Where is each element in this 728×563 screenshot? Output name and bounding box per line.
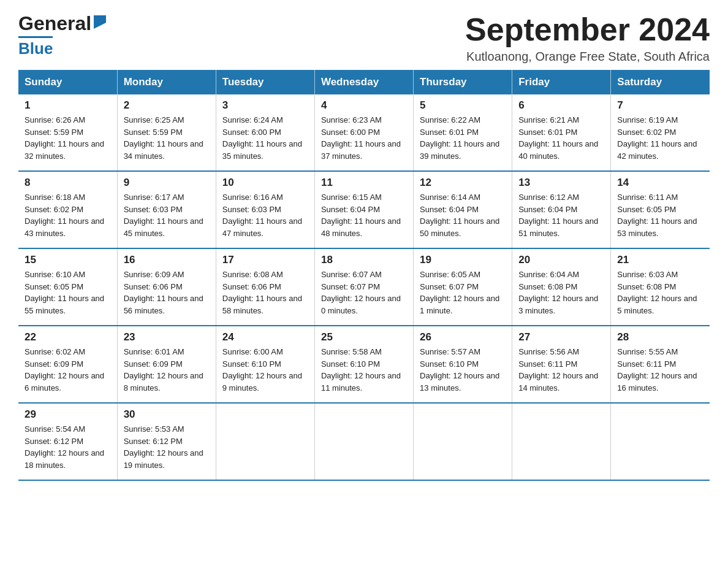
day-number: 3: [222, 99, 308, 112]
day-info: Sunrise: 5:53 AMSunset: 6:12 PMDaylight:…: [124, 423, 210, 471]
calendar-empty-cell: [414, 403, 512, 480]
day-number: 1: [25, 99, 111, 112]
day-info: Sunrise: 6:14 AMSunset: 6:04 PMDaylight:…: [420, 191, 506, 239]
calendar-day-24: 24Sunrise: 6:00 AMSunset: 6:10 PMDayligh…: [216, 326, 314, 403]
calendar-weekday-monday: Monday: [117, 70, 216, 94]
calendar-day-3: 3Sunrise: 6:24 AMSunset: 6:00 PMDaylight…: [216, 94, 314, 171]
day-info: Sunrise: 6:21 AMSunset: 6:01 PMDaylight:…: [518, 114, 604, 162]
logo-general-text: General: [18, 12, 91, 35]
calendar-day-14: 14Sunrise: 6:11 AMSunset: 6:05 PMDayligh…: [611, 171, 710, 248]
month-year-title: September 2024: [465, 12, 710, 47]
day-number: 12: [420, 177, 506, 189]
calendar-day-19: 19Sunrise: 6:05 AMSunset: 6:07 PMDayligh…: [414, 248, 512, 326]
calendar-day-11: 11Sunrise: 6:15 AMSunset: 6:04 PMDayligh…: [314, 171, 413, 248]
calendar-day-15: 15Sunrise: 6:10 AMSunset: 6:05 PMDayligh…: [18, 248, 117, 326]
day-number: 8: [25, 177, 111, 189]
day-number: 4: [321, 99, 407, 112]
calendar-day-27: 27Sunrise: 5:56 AMSunset: 6:11 PMDayligh…: [512, 326, 611, 403]
day-number: 2: [124, 99, 210, 112]
logo-flag-icon: [94, 15, 106, 29]
day-number: 10: [222, 177, 308, 189]
day-number: 30: [124, 408, 210, 421]
calendar-day-7: 7Sunrise: 6:19 AMSunset: 6:02 PMDaylight…: [611, 94, 710, 171]
day-number: 24: [222, 331, 308, 343]
calendar-day-4: 4Sunrise: 6:23 AMSunset: 6:00 PMDaylight…: [314, 94, 413, 171]
day-info: Sunrise: 6:23 AMSunset: 6:00 PMDaylight:…: [321, 114, 407, 162]
day-number: 25: [321, 331, 407, 343]
calendar-day-20: 20Sunrise: 6:04 AMSunset: 6:08 PMDayligh…: [512, 248, 611, 326]
calendar-week-row-1: 1Sunrise: 6:26 AMSunset: 5:59 PMDaylight…: [18, 94, 710, 171]
day-info: Sunrise: 6:07 AMSunset: 6:07 PMDaylight:…: [321, 269, 407, 316]
title-area: September 2024 Kutloanong, Orange Free S…: [465, 12, 710, 64]
day-info: Sunrise: 6:10 AMSunset: 6:05 PMDaylight:…: [25, 269, 111, 316]
calendar-table: SundayMondayTuesdayWednesdayThursdayFrid…: [18, 70, 710, 481]
calendar-empty-cell: [512, 403, 611, 480]
calendar-week-row-3: 15Sunrise: 6:10 AMSunset: 6:05 PMDayligh…: [18, 248, 710, 326]
day-info: Sunrise: 5:56 AMSunset: 6:11 PMDaylight:…: [518, 346, 604, 394]
day-info: Sunrise: 6:08 AMSunset: 6:06 PMDaylight:…: [222, 269, 308, 316]
calendar-header-row: SundayMondayTuesdayWednesdayThursdayFrid…: [18, 70, 710, 94]
day-number: 27: [518, 331, 604, 343]
day-info: Sunrise: 6:26 AMSunset: 5:59 PMDaylight:…: [25, 114, 111, 162]
day-number: 17: [222, 254, 308, 266]
day-info: Sunrise: 6:22 AMSunset: 6:01 PMDaylight:…: [420, 114, 506, 162]
day-number: 5: [420, 99, 506, 112]
calendar-weekday-wednesday: Wednesday: [314, 70, 413, 94]
calendar-day-18: 18Sunrise: 6:07 AMSunset: 6:07 PMDayligh…: [314, 248, 413, 326]
calendar-weekday-tuesday: Tuesday: [216, 70, 314, 94]
day-number: 18: [321, 254, 407, 266]
day-info: Sunrise: 6:18 AMSunset: 6:02 PMDaylight:…: [25, 191, 111, 239]
day-number: 22: [25, 331, 111, 343]
day-info: Sunrise: 6:11 AMSunset: 6:05 PMDaylight:…: [617, 191, 703, 239]
day-number: 11: [321, 177, 407, 189]
calendar-day-29: 29Sunrise: 5:54 AMSunset: 6:12 PMDayligh…: [18, 403, 117, 480]
day-info: Sunrise: 6:00 AMSunset: 6:10 PMDaylight:…: [222, 346, 308, 394]
calendar-day-13: 13Sunrise: 6:12 AMSunset: 6:04 PMDayligh…: [512, 171, 611, 248]
calendar-day-12: 12Sunrise: 6:14 AMSunset: 6:04 PMDayligh…: [414, 171, 512, 248]
day-number: 19: [420, 254, 506, 266]
calendar-week-row-2: 8Sunrise: 6:18 AMSunset: 6:02 PMDaylight…: [18, 171, 710, 248]
day-info: Sunrise: 5:57 AMSunset: 6:10 PMDaylight:…: [420, 346, 506, 394]
day-number: 13: [518, 177, 604, 189]
day-info: Sunrise: 6:09 AMSunset: 6:06 PMDaylight:…: [124, 269, 210, 316]
svg-marker-1: [94, 23, 106, 29]
calendar-day-28: 28Sunrise: 5:55 AMSunset: 6:11 PMDayligh…: [611, 326, 710, 403]
calendar-weekday-saturday: Saturday: [611, 70, 710, 94]
calendar-weekday-sunday: Sunday: [18, 70, 117, 94]
day-info: Sunrise: 6:17 AMSunset: 6:03 PMDaylight:…: [124, 191, 210, 239]
calendar-day-25: 25Sunrise: 5:58 AMSunset: 6:10 PMDayligh…: [314, 326, 413, 403]
day-info: Sunrise: 6:01 AMSunset: 6:09 PMDaylight:…: [124, 346, 210, 394]
calendar-weekday-friday: Friday: [512, 70, 611, 94]
day-info: Sunrise: 6:04 AMSunset: 6:08 PMDaylight:…: [518, 269, 604, 316]
calendar-day-5: 5Sunrise: 6:22 AMSunset: 6:01 PMDaylight…: [414, 94, 512, 171]
calendar-day-22: 22Sunrise: 6:02 AMSunset: 6:09 PMDayligh…: [18, 326, 117, 403]
day-number: 29: [25, 408, 111, 421]
day-info: Sunrise: 6:02 AMSunset: 6:09 PMDaylight:…: [25, 346, 111, 394]
calendar-day-21: 21Sunrise: 6:03 AMSunset: 6:08 PMDayligh…: [611, 248, 710, 326]
day-number: 7: [617, 99, 703, 112]
day-number: 20: [518, 254, 604, 266]
day-number: 14: [617, 177, 703, 189]
calendar-day-1: 1Sunrise: 6:26 AMSunset: 5:59 PMDaylight…: [18, 94, 117, 171]
calendar-day-30: 30Sunrise: 5:53 AMSunset: 6:12 PMDayligh…: [117, 403, 216, 480]
calendar-day-8: 8Sunrise: 6:18 AMSunset: 6:02 PMDaylight…: [18, 171, 117, 248]
calendar-day-26: 26Sunrise: 5:57 AMSunset: 6:10 PMDayligh…: [414, 326, 512, 403]
calendar-day-9: 9Sunrise: 6:17 AMSunset: 6:03 PMDaylight…: [117, 171, 216, 248]
calendar-day-10: 10Sunrise: 6:16 AMSunset: 6:03 PMDayligh…: [216, 171, 314, 248]
day-number: 6: [518, 99, 604, 112]
calendar-week-row-4: 22Sunrise: 6:02 AMSunset: 6:09 PMDayligh…: [18, 326, 710, 403]
day-info: Sunrise: 5:58 AMSunset: 6:10 PMDaylight:…: [321, 346, 407, 394]
day-info: Sunrise: 6:12 AMSunset: 6:04 PMDaylight:…: [518, 191, 604, 239]
svg-rect-0: [94, 15, 106, 23]
day-info: Sunrise: 6:03 AMSunset: 6:08 PMDaylight:…: [617, 269, 703, 316]
calendar-weekday-thursday: Thursday: [414, 70, 512, 94]
day-number: 9: [124, 177, 210, 189]
calendar-day-6: 6Sunrise: 6:21 AMSunset: 6:01 PMDaylight…: [512, 94, 611, 171]
day-number: 26: [420, 331, 506, 343]
page-header: General Blue September 2024 Kutloanong, …: [18, 12, 710, 64]
day-info: Sunrise: 5:54 AMSunset: 6:12 PMDaylight:…: [25, 423, 111, 471]
day-info: Sunrise: 6:05 AMSunset: 6:07 PMDaylight:…: [420, 269, 506, 316]
day-info: Sunrise: 5:55 AMSunset: 6:11 PMDaylight:…: [617, 346, 703, 394]
day-info: Sunrise: 6:15 AMSunset: 6:04 PMDaylight:…: [321, 191, 407, 239]
day-info: Sunrise: 6:19 AMSunset: 6:02 PMDaylight:…: [617, 114, 703, 162]
